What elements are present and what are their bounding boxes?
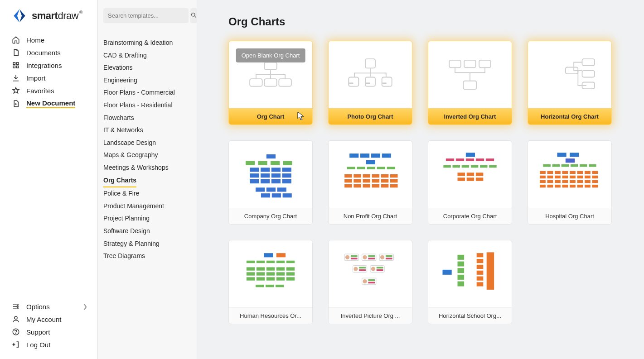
svg-rect-140	[592, 185, 598, 187]
svg-rect-139	[585, 185, 591, 187]
category-item[interactable]: Product Management	[103, 200, 190, 213]
svg-rect-36	[250, 168, 259, 172]
sidebar-item-home[interactable]: Home	[10, 34, 87, 46]
card-preview	[528, 41, 611, 108]
category-item[interactable]: Police & Fire	[103, 187, 190, 200]
category-item[interactable]: Org Charts	[103, 174, 136, 188]
svg-rect-191	[458, 255, 465, 260]
svg-rect-142	[276, 253, 286, 257]
template-card[interactable]: Non Profit Org Chart	[328, 140, 412, 225]
category-item[interactable]: Software Design	[103, 225, 190, 238]
svg-rect-25	[479, 60, 491, 68]
template-card[interactable]: Hospital Org Chart	[528, 140, 612, 225]
svg-rect-62	[377, 167, 385, 170]
svg-point-179	[353, 267, 358, 271]
sidebar-item-options[interactable]: Options ❯	[10, 300, 87, 313]
svg-rect-88	[443, 165, 451, 168]
svg-point-171	[363, 255, 367, 259]
svg-rect-12	[264, 62, 277, 70]
svg-rect-173	[368, 258, 375, 259]
svg-rect-188	[368, 279, 375, 281]
sidebar-item-support[interactable]: Support	[10, 325, 87, 338]
template-card[interactable]: Photo Org Chart	[328, 41, 412, 125]
svg-rect-51	[261, 193, 270, 197]
open-blank-button[interactable]: Open Blank Org Chart	[236, 48, 305, 62]
template-card[interactable]: Horizontal Org Chart	[528, 41, 612, 125]
category-item[interactable]: Meetings & Workshops	[103, 162, 190, 174]
card-label: Company Org Chart	[229, 208, 312, 224]
card-preview	[428, 141, 512, 208]
svg-rect-161	[276, 277, 285, 280]
svg-rect-22	[383, 83, 386, 83]
category-item[interactable]: IT & Networks	[103, 124, 190, 137]
svg-rect-35	[283, 161, 292, 165]
template-card[interactable]: Corporate Org Chart	[428, 140, 512, 225]
svg-rect-149	[257, 267, 265, 270]
template-card[interactable]: Company Org Chart	[228, 140, 313, 225]
svg-rect-127	[555, 180, 561, 183]
svg-rect-78	[363, 184, 371, 187]
svg-rect-134	[547, 185, 553, 187]
sidebar-item-import[interactable]: Import	[10, 72, 87, 84]
svg-rect-121	[570, 176, 576, 178]
category-item[interactable]: Strategy & Planning	[103, 238, 190, 250]
template-card[interactable]: Open Blank Org ChartOrg Chart	[228, 41, 313, 125]
sidebar-item-account[interactable]: My Account	[10, 313, 87, 325]
template-card[interactable]: Human Resources Or...	[228, 240, 313, 324]
main-content: Org Charts Open Blank Org ChartOrg Chart…	[197, 0, 644, 359]
category-item[interactable]: Brainstorming & Ideation	[103, 37, 190, 49]
svg-rect-180	[359, 267, 366, 268]
category-item[interactable]: Project Planning	[103, 212, 190, 225]
svg-rect-156	[276, 272, 285, 275]
svg-rect-113	[570, 171, 576, 174]
template-card[interactable]: Horizontal School Org...	[428, 240, 512, 324]
svg-rect-141	[264, 253, 273, 257]
template-card[interactable]: Inverted Picture Org ...	[328, 240, 412, 324]
card-label: Hospital Org Chart	[528, 208, 611, 224]
sidebar-item-favorites[interactable]: Favorites	[10, 84, 87, 97]
card-label: Horizontal School Org...	[428, 307, 512, 324]
svg-point-7	[17, 307, 18, 309]
svg-rect-33	[258, 161, 267, 165]
category-item[interactable]: Landscape Design	[103, 137, 190, 149]
sidebar-item-documents[interactable]: Documents	[10, 46, 87, 59]
category-item[interactable]: Flowcharts	[103, 112, 190, 124]
sidebar: smartdraw ® Home Documents Integrations …	[0, 0, 98, 359]
search-input[interactable]	[103, 8, 189, 23]
category-item[interactable]: Tree Diagrams	[103, 250, 190, 263]
card-label: Photo Org Chart	[329, 108, 412, 124]
category-item[interactable]: Maps & Geography	[103, 149, 190, 162]
svg-rect-37	[261, 168, 270, 172]
category-list: Brainstorming & IdeationCAD & DraftingEl…	[103, 37, 190, 263]
svg-rect-133	[540, 185, 546, 187]
category-item[interactable]: Floor Plans - Commercial	[103, 86, 190, 99]
svg-rect-137	[570, 185, 576, 187]
svg-rect-92	[480, 165, 488, 168]
svg-rect-87	[486, 158, 494, 161]
svg-rect-157	[286, 272, 295, 275]
svg-rect-47	[282, 179, 291, 183]
category-item[interactable]: Elevations	[103, 62, 190, 74]
documents-icon	[12, 48, 20, 57]
brand-logo[interactable]: smartdraw ®	[0, 8, 97, 34]
sidebar-item-logout[interactable]: Log Out	[10, 338, 87, 351]
svg-rect-155	[266, 272, 275, 275]
svg-rect-17	[349, 77, 358, 86]
svg-rect-91	[471, 165, 479, 168]
svg-rect-44	[250, 179, 259, 183]
svg-rect-46	[271, 179, 281, 183]
category-item[interactable]: Floor Plans - Residential	[103, 99, 190, 112]
search-button[interactable]	[190, 8, 197, 23]
svg-point-187	[363, 279, 367, 283]
svg-rect-67	[372, 174, 380, 177]
category-item[interactable]: CAD & Drafting	[103, 49, 190, 62]
sidebar-item-new-document[interactable]: New Document	[10, 97, 87, 110]
svg-rect-129	[570, 180, 576, 183]
svg-rect-18	[365, 77, 375, 86]
category-item[interactable]: Engineering	[103, 74, 190, 87]
svg-rect-64	[344, 174, 352, 177]
template-card[interactable]: Inverted Org Chart	[428, 41, 512, 125]
sidebar-item-integrations[interactable]: Integrations	[10, 59, 87, 72]
svg-rect-16	[365, 59, 375, 68]
svg-rect-53	[283, 193, 292, 197]
